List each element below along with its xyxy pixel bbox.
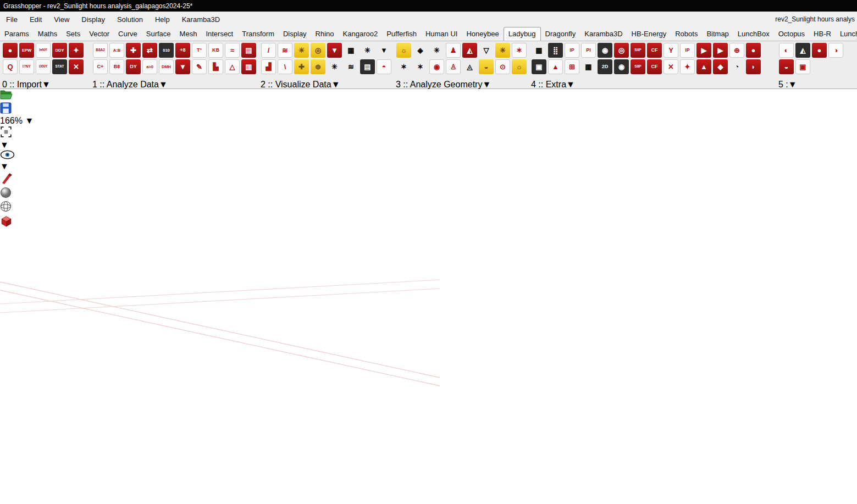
ribbon-icon[interactable]: a>0 <box>142 59 157 74</box>
ribbon-icon[interactable]: ⊞ <box>565 59 579 74</box>
ribbon-icon[interactable]: ✎ <box>192 59 207 74</box>
ribbon-icon[interactable]: Q <box>3 59 18 74</box>
ribbon-icon[interactable]: KB <box>208 43 223 58</box>
ribbon-icon[interactable]: ◓ <box>377 59 391 74</box>
ribbon-icon[interactable]: ≋ <box>344 59 358 74</box>
red-cube-icon[interactable] <box>0 214 857 229</box>
ribbon-icon[interactable]: ✶ <box>413 59 428 74</box>
ribbon-icon[interactable]: ≋ <box>278 43 292 58</box>
ribbon-icon[interactable]: STAT <box>52 59 67 74</box>
ribbon-icon[interactable]: ⊕ <box>311 59 325 74</box>
ribbon-icon[interactable]: ◭ <box>795 43 810 58</box>
ribbon-icon[interactable]: B8A2 <box>93 43 108 58</box>
tab-dragonfly[interactable]: Dragonfly <box>541 27 580 41</box>
chevron-down-icon[interactable]: ▼ <box>0 140 9 149</box>
tab-display[interactable]: Display <box>279 27 311 41</box>
tab-curve[interactable]: Curve <box>114 27 142 41</box>
ribbon-icon[interactable]: ✶ <box>396 59 411 74</box>
ribbon-icon[interactable]: ▦ <box>581 59 596 74</box>
ribbon-icon[interactable]: ● <box>3 43 18 58</box>
ribbon-icon[interactable]: / <box>261 43 276 58</box>
ribbon-icon[interactable]: ◈ <box>413 43 428 58</box>
ribbon-group-label[interactable]: 3 :: Analyze Geometry▼ <box>396 80 529 90</box>
chevron-down-icon[interactable]: ▼ <box>788 80 797 89</box>
ribbon-icon[interactable]: ✚ <box>126 43 141 58</box>
ribbon-icon[interactable]: ▟ <box>261 59 276 74</box>
ribbon-icon[interactable]: ☀ <box>495 43 510 58</box>
ribbon-icon[interactable]: ◉ <box>614 59 629 74</box>
ribbon-icon[interactable]: ◆ <box>713 59 728 74</box>
tab-hb-energy[interactable]: HB-Energy <box>627 27 671 41</box>
ribbon-group-label[interactable]: 1 :: Analyze Data▼ <box>92 80 258 90</box>
ribbon-icon[interactable]: SIIP <box>631 59 645 74</box>
ribbon-icon[interactable]: ▶ <box>713 43 728 58</box>
ribbon-icon[interactable]: ▶ <box>696 43 711 58</box>
ribbon-icon[interactable]: ◒ <box>779 59 794 74</box>
ribbon-icon[interactable]: ✦ <box>69 43 84 58</box>
ribbon-icon[interactable]: Y <box>664 43 678 58</box>
ribbon-icon[interactable]: ⊙ <box>495 59 510 74</box>
ribbon-icon[interactable]: +8 <box>175 43 190 58</box>
ribbon-icon[interactable]: ◉ <box>598 43 612 58</box>
ribbon-group-label[interactable]: 4 :: Extra▼ <box>531 80 776 90</box>
ribbon-icon[interactable]: CF <box>647 59 662 74</box>
tab-maths[interactable]: Maths <box>34 27 62 41</box>
ribbon-icon[interactable]: ☼ <box>396 43 411 58</box>
tab-honeybee[interactable]: Honeybee <box>462 27 503 41</box>
zoom-extents-icon[interactable] <box>0 126 857 140</box>
ribbon-icon[interactable]: ✕ <box>69 59 84 74</box>
ribbon-icon[interactable]: 2D <box>598 59 612 74</box>
chevron-down-icon[interactable]: ▼ <box>566 80 575 89</box>
ribbon-icon[interactable]: ⣿ <box>548 43 563 58</box>
ribbon-icon[interactable]: ◭ <box>462 43 477 58</box>
ribbon-icon[interactable]: ▼ <box>327 43 342 58</box>
chevron-down-icon[interactable]: ▼ <box>482 80 491 89</box>
ribbon-icon[interactable]: ✳ <box>327 59 342 74</box>
ribbon-icon[interactable]: A:B <box>109 43 124 58</box>
tab-human-ui[interactable]: Human UI <box>421 27 462 41</box>
ribbon-icon[interactable]: B8 <box>109 59 124 74</box>
ribbon-icon[interactable]: ▽ <box>479 43 494 58</box>
tab-kangaroo2[interactable]: Kangaroo2 <box>339 27 383 41</box>
tab-robots[interactable]: Robots <box>671 27 702 41</box>
open-file-icon[interactable] <box>0 89 857 102</box>
chevron-down-icon[interactable]: ▼ <box>42 80 51 89</box>
ribbon-icon[interactable]: ✚ <box>294 59 309 74</box>
tab-karamba3d[interactable]: Karamba3D <box>580 27 627 41</box>
ribbon-icon[interactable]: ◗ <box>746 59 761 74</box>
tab-intersect[interactable]: Intersect <box>201 27 237 41</box>
ribbon-icon[interactable]: ◎ <box>614 43 629 58</box>
wireframe-sphere-icon[interactable] <box>0 201 857 214</box>
tab-bitmap[interactable]: Bitmap <box>702 27 733 41</box>
ribbon-icon[interactable]: ≈ <box>225 43 240 58</box>
sketch-pen-icon[interactable] <box>0 171 857 187</box>
save-file-icon[interactable] <box>0 102 857 116</box>
chevron-down-icon[interactable]: ▼ <box>331 80 340 89</box>
tab-rhino[interactable]: Rhino <box>311 27 339 41</box>
tab-lunchboxml[interactable]: LunchBoxML <box>836 27 857 41</box>
ribbon-icon[interactable]: ▼ <box>377 43 391 58</box>
menu-item-karamba3d[interactable]: Karamba3D <box>176 12 226 27</box>
ribbon-icon[interactable]: SIIP <box>631 43 645 58</box>
ribbon-icon[interactable]: ⇄ <box>142 43 157 58</box>
chevron-down-icon[interactable]: ▼ <box>159 80 168 89</box>
ribbon-group-label[interactable]: 5 :▼ <box>778 80 844 90</box>
ribbon-icon[interactable]: T° <box>192 43 207 58</box>
ribbon-icon[interactable]: ⊕ <box>729 43 744 58</box>
ribbon-icon[interactable]: ▲ <box>548 59 563 74</box>
tab-mesh[interactable]: Mesh <box>175 27 202 41</box>
ribbon-icon[interactable]: I?NY <box>19 59 34 74</box>
ribbon-icon[interactable]: ◎ <box>311 43 325 58</box>
ribbon-icon[interactable]: ✳ <box>360 43 375 58</box>
ribbon-icon[interactable]: I♥NY <box>36 43 51 58</box>
chevron-down-icon[interactable]: ▼ <box>25 116 34 125</box>
ribbon-icon[interactable]: DDY <box>52 43 67 58</box>
tab-vector[interactable]: Vector <box>85 27 114 41</box>
tab-octopus[interactable]: Octopus <box>774 27 809 41</box>
ribbon-icon[interactable]: ● <box>746 43 761 58</box>
ribbon-icon[interactable]: ▣ <box>532 59 546 74</box>
tab-surface[interactable]: Surface <box>142 27 175 41</box>
ribbon-icon[interactable]: ▤ <box>360 59 375 74</box>
ribbon-icon[interactable]: ☀ <box>294 43 309 58</box>
ribbon-icon[interactable]: ◐ <box>779 43 794 58</box>
